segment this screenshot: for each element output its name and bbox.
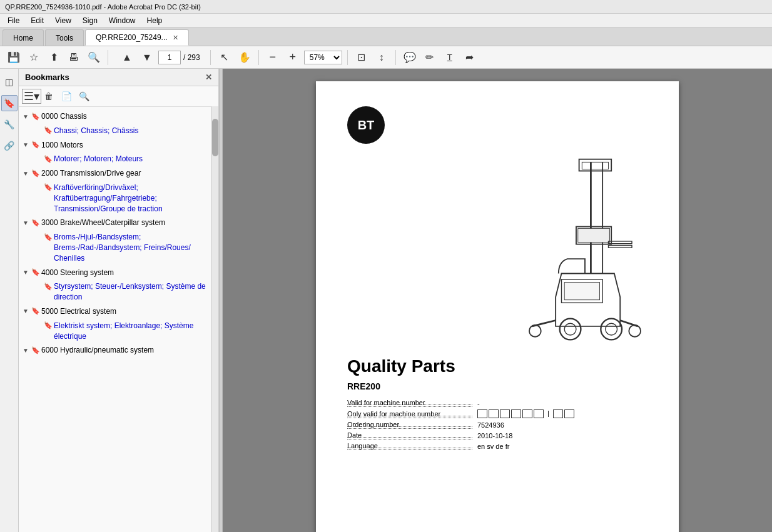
menu-edit[interactable]: Edit (26, 15, 49, 26)
bookmark-label: Broms-/Hjul-/Bandsystem; Brems-/Rad-/Ban… (54, 232, 213, 263)
annotate-button[interactable]: ✏ (421, 49, 439, 66)
side-bookmark-icon: 🔖 (4, 98, 14, 108)
scroll-mode-button[interactable]: ↕ (373, 49, 390, 66)
list-item[interactable]: ▼ 🔖 4000 Steering system (19, 266, 218, 280)
zoom-select[interactable]: 57% 50% 75% 100% 125% 150% 200% (304, 51, 342, 64)
export-button[interactable]: ➦ (461, 49, 479, 66)
menu-view[interactable]: View (50, 15, 76, 26)
svg-rect-5 (578, 228, 610, 243)
field-label-date: Date (347, 431, 472, 439)
list-item[interactable]: ▼ 🔖 6000 Hydraulic/pneumatic system (19, 343, 218, 358)
highlight-button[interactable]: T (441, 49, 459, 66)
expand-toggle[interactable]: ▼ (21, 306, 30, 316)
list-item[interactable]: 🔖 Styrsystem; Steuer-/Lenksystem; Systèm… (19, 279, 218, 304)
tab-tools-label: Tools (56, 34, 73, 43)
side-icon-tools[interactable]: 🔧 (1, 116, 18, 133)
toolbar-separator-1 (108, 50, 108, 65)
bookmark-item-icon: 🔖 (44, 321, 53, 331)
menu-sign[interactable]: Sign (78, 15, 103, 26)
svg-point-10 (560, 319, 581, 340)
expand-toggle[interactable]: ▼ (21, 168, 30, 178)
box-1 (477, 409, 487, 418)
menu-file[interactable]: File (3, 15, 24, 26)
bookmark-label: Kraftöverföring/Drivväxel; Kraftübertrag… (54, 183, 213, 214)
print-button[interactable]: 🖶 (65, 49, 83, 66)
scrollbar-thumb[interactable] (212, 119, 218, 156)
list-item[interactable]: 🔖 Motorer; Motoren; Moteurs (19, 152, 218, 166)
svg-point-13 (606, 323, 617, 335)
list-item[interactable]: 🔖 Kraftöverföring/Drivväxel; Kraftübertr… (19, 181, 218, 216)
app-container: QP.RRE200_7524936-1010.pdf - Adobe Acrob… (0, 0, 772, 532)
svg-point-11 (564, 323, 576, 335)
save-button[interactable]: 💾 (5, 49, 23, 66)
expand-toggle[interactable]: ▼ (21, 111, 30, 121)
expand-toggle[interactable]: ▼ (21, 140, 30, 150)
list-item[interactable]: ▼ 🔖 2000 Transmission/Drive gear (19, 166, 218, 181)
bm-delete-button[interactable]: 🗑 (41, 89, 56, 104)
tab-close-icon[interactable]: ✕ (173, 34, 178, 42)
expand-toggle[interactable]: ▼ (21, 268, 30, 278)
next-page-button[interactable]: ▼ (138, 49, 156, 66)
list-item[interactable]: 🔖 Elektriskt system; Elektroanlage; Syst… (19, 319, 218, 344)
prev-page-button[interactable]: ▲ (118, 49, 136, 66)
share-button[interactable]: ⬆ (45, 49, 63, 66)
bm-search-button[interactable]: 🔍 (76, 89, 91, 104)
bookmarks-header: Bookmarks ✕ (19, 69, 218, 86)
menu-window[interactable]: Window (104, 15, 141, 26)
field-value-ordering: 7524936 (472, 421, 504, 429)
bookmark-item-icon: 🔖 (31, 268, 40, 278)
upload-icon: ⬆ (50, 51, 58, 63)
save-icon: 💾 (8, 51, 20, 63)
field-label-only: Only valid for machine number (347, 410, 472, 418)
list-item[interactable]: 🔖 Chassi; Chassis; Châssis (19, 124, 218, 138)
page-number-input[interactable] (158, 51, 181, 64)
bookmark-label: 1000 Motors (41, 140, 213, 151)
bt-logo: BT (347, 106, 385, 144)
pdf-field-row: Ordering number 7524936 (347, 421, 648, 429)
svg-rect-7 (609, 246, 632, 248)
titlebar: QP.RRE200_7524936-1010.pdf - Adobe Acrob… (0, 0, 772, 14)
bookmarks-scrollbar[interactable] (211, 106, 218, 532)
box-7 (553, 409, 563, 418)
toolbar: 💾 ☆ ⬆ 🖶 🔍 ▲ ▼ / 293 ↖ ✋ (0, 46, 772, 69)
zoom-out-button[interactable]: − (264, 49, 282, 66)
fit-page-button[interactable]: ⊡ (353, 49, 370, 66)
svg-rect-9 (564, 283, 599, 300)
bookmark-button[interactable]: ☆ (25, 49, 43, 66)
pdf-view[interactable]: BT (223, 69, 772, 532)
svg-rect-3 (582, 162, 608, 169)
bm-new-button[interactable]: 📄 (59, 89, 74, 104)
bookmark-label: 2000 Transmission/Drive gear (41, 168, 213, 179)
menu-help[interactable]: Help (142, 15, 168, 26)
tab-home[interactable]: Home (3, 29, 44, 46)
pdf-field-row: Valid for machine number - (347, 399, 648, 407)
side-icon-link[interactable]: 🔗 (1, 138, 18, 154)
list-item[interactable]: ▼ 🔖 1000 Motors (19, 138, 218, 153)
comment-button[interactable]: 💬 (401, 49, 419, 66)
side-icon-bookmark[interactable]: 🔖 (1, 95, 18, 111)
list-item[interactable]: 🔖 Broms-/Hjul-/Bandsystem; Brems-/Rad-/B… (19, 230, 218, 265)
cursor-tool-button[interactable]: ↖ (216, 49, 233, 66)
search-button[interactable]: 🔍 (85, 49, 103, 66)
list-item[interactable]: ▼ 🔖 5000 Electrical system (19, 304, 218, 319)
expand-toggle[interactable]: ▼ (21, 345, 30, 355)
tab-home-label: Home (13, 34, 33, 43)
expand-toggle[interactable]: ▼ (21, 218, 30, 228)
tab-document[interactable]: QP.RRE200_75249... ✕ (85, 29, 189, 46)
list-item[interactable]: ▼ 🔖 3000 Brake/Wheel/Caterpillar system (19, 216, 218, 230)
list-item[interactable]: ▼ 🔖 0000 Chassis (19, 109, 218, 124)
export-icon: ➦ (465, 51, 474, 63)
zoom-in-button[interactable]: + (284, 49, 302, 66)
highlight-icon: T (447, 53, 452, 62)
hand-icon: ✋ (238, 51, 251, 63)
quality-parts-title: Quality Parts (347, 356, 648, 376)
field-value-language: en sv de fr (472, 443, 509, 450)
side-icon-navigate[interactable]: ◫ (1, 74, 18, 90)
bm-options-button[interactable]: ☰▾ (24, 89, 39, 104)
expand-toggle-empty (34, 321, 43, 331)
hand-tool-button[interactable]: ✋ (236, 49, 253, 66)
expand-toggle-empty (34, 183, 43, 193)
bm-options-icon: ☰▾ (22, 89, 41, 104)
bookmarks-close-button[interactable]: ✕ (205, 73, 212, 82)
tab-tools[interactable]: Tools (45, 29, 84, 46)
